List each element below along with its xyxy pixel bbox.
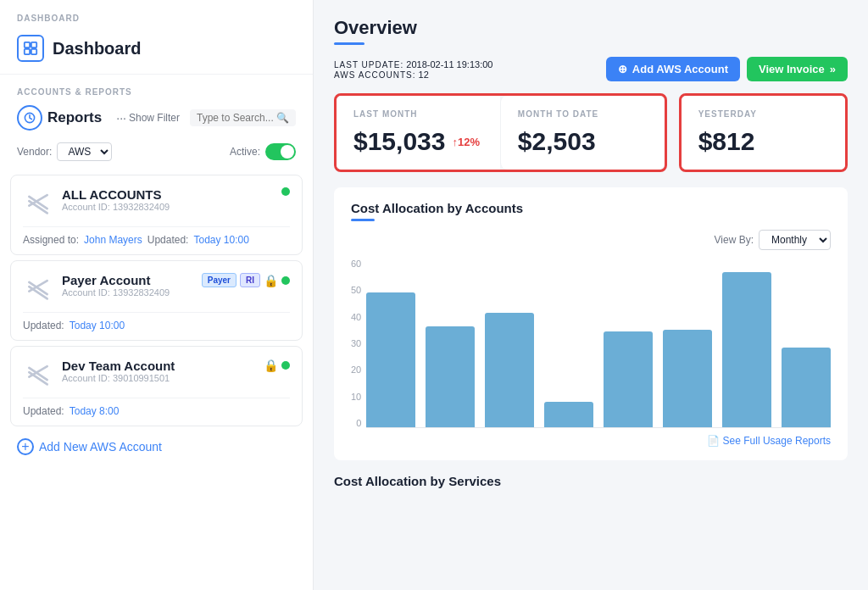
month-to-date-label: MONTH TO DATE (518, 109, 648, 119)
add-aws-label: Add AWS Account (632, 63, 728, 75)
bar-2 (426, 326, 475, 427)
assigned-to-link[interactable]: John Mayers (84, 234, 142, 246)
bar-5 (604, 331, 653, 427)
updated-link[interactable]: Today 10:00 (193, 234, 248, 246)
main-content: Overview LAST UPDATE: 2018-02-11 19:13:0… (314, 0, 868, 590)
view-invoice-chevron: » (830, 63, 836, 75)
all-accounts-footer: Assigned to: John Mayers Updated: Today … (23, 226, 290, 246)
devteam-account-icon (23, 359, 53, 389)
add-account-button[interactable]: + Add New AWS Account (17, 438, 296, 455)
meta-buttons: ⊕ Add AWS Account View Invoice » (606, 57, 848, 81)
yesterday-label: YESTERDAY (698, 109, 828, 119)
payer-badge: Payer (202, 273, 236, 287)
last-month-label: LAST MONTH (353, 109, 483, 119)
cost-card-last-month: LAST MONTH $15,033 ↑12% (337, 96, 500, 170)
search-box[interactable]: 🔍 (190, 109, 296, 126)
yesterday-value: $812 (698, 127, 828, 156)
account-card-devteam[interactable]: Dev Team Account Account ID: 39010991501… (10, 346, 303, 426)
lock-icon-payer: 🔒 (264, 274, 278, 287)
show-filter-button[interactable]: ··· Show Filter (116, 111, 180, 125)
devteam-status (281, 361, 290, 370)
bar-8 (782, 348, 831, 427)
chart-header: View By: Monthly Weekly Daily (351, 230, 831, 250)
lock-icon-devteam: 🔒 (264, 359, 278, 372)
y-label-40: 40 (351, 312, 361, 322)
active-toggle[interactable] (265, 143, 296, 160)
month-to-date-value: $2,503 (518, 127, 648, 156)
devteam-badges: 🔒 (264, 359, 290, 372)
sidebar: DASHBOARD Dashboard ACCOUNTS & REPORTS R… (0, 0, 314, 590)
devteam-account-id: Account ID: 39010991501 (62, 373, 255, 383)
y-label-10: 10 (351, 392, 361, 402)
accounts-reports-section: ACCOUNTS & REPORTS Reports ··· Show Filt… (0, 75, 313, 467)
see-full-reports-link[interactable]: 📄 See Full Usage Reports (707, 435, 831, 447)
y-label-30: 30 (351, 338, 361, 348)
chart-title: Cost Allocation by Accounts (351, 201, 831, 215)
chart-footer: 📄 See Full Usage Reports (351, 435, 831, 447)
vendor-label: Vendor: (17, 146, 52, 158)
view-by-select[interactable]: Monthly Weekly Daily (759, 230, 831, 250)
overview-title: Overview (334, 17, 848, 39)
meta-row: LAST UPDATE: 2018-02-11 19:13:00 AWS ACC… (334, 57, 848, 81)
svg-line-10 (29, 281, 47, 291)
active-label: Active: (230, 146, 260, 158)
all-accounts-id: Account ID: 13932832409 (62, 202, 273, 212)
overview-underline (334, 42, 364, 45)
y-axis: 60 50 40 30 20 10 0 (351, 259, 361, 428)
payer-account-badges: Payer RI 🔒 (202, 273, 290, 287)
bar-7 (722, 272, 771, 427)
search-input[interactable] (197, 112, 273, 124)
show-filter-label: Show Filter (129, 112, 180, 124)
yesterday-amount: $812 (698, 127, 755, 156)
assigned-label: Assigned to: (23, 234, 79, 246)
chart-section: Cost Allocation by Accounts View By: Mon… (334, 187, 848, 460)
dashboard-section-label: DASHBOARD (0, 0, 313, 28)
account-card-payer[interactable]: Payer Account Account ID: 13932832409 Pa… (10, 260, 303, 341)
dashboard-title: Dashboard (53, 39, 141, 58)
cost-card-yesterday: YESTERDAY $812 (682, 96, 845, 170)
add-aws-button[interactable]: ⊕ Add AWS Account (606, 57, 740, 81)
dashboard-icon (17, 35, 44, 62)
svg-rect-2 (25, 49, 30, 54)
bar-4 (544, 402, 593, 427)
last-update-label: LAST UPDATE: (334, 60, 403, 70)
cost-card-month-to-date: MONTH TO DATE $2,503 (500, 96, 665, 170)
highlighted-yesterday-card: YESTERDAY $812 (679, 93, 848, 172)
view-by-label: View By: (715, 234, 754, 246)
filter-dots: ··· (116, 111, 126, 125)
chart-underline (351, 219, 375, 221)
see-full-label: See Full Usage Reports (723, 435, 831, 447)
all-accounts-status (281, 187, 290, 196)
reports-icon (17, 105, 42, 131)
aws-accounts-label: AWS ACCOUNTS: (334, 70, 416, 80)
all-accounts-icon (23, 187, 53, 218)
payer-updated-label: Updated: (23, 320, 64, 331)
document-icon: 📄 (707, 435, 720, 447)
svg-rect-0 (25, 42, 30, 47)
payer-account-id: Account ID: 13932832409 (62, 287, 193, 298)
last-month-value: $15,033 ↑12% (353, 127, 483, 156)
vendor-active-row: Vendor: AWS Active: (0, 137, 313, 170)
last-month-amount: $15,033 (353, 127, 445, 156)
dashboard-nav-item[interactable]: Dashboard (0, 28, 313, 75)
cost-cards-row: LAST MONTH $15,033 ↑12% MONTH TO DATE $2… (334, 93, 848, 172)
svg-line-13 (29, 366, 47, 376)
add-aws-icon: ⊕ (618, 63, 627, 75)
y-label-60: 60 (351, 259, 361, 269)
chart-with-y-axis: 60 50 40 30 20 10 0 (351, 259, 831, 428)
all-accounts-name: ALL ACCOUNTS (62, 187, 273, 202)
devteam-updated-link[interactable]: Today 8:00 (70, 405, 120, 417)
cost-by-services-label: Cost Allocation by Services (334, 474, 848, 488)
ri-badge: RI (240, 273, 260, 287)
add-account-label: Add New AWS Account (39, 440, 162, 454)
devteam-updated-label: Updated: (23, 405, 64, 417)
account-card-all[interactable]: ALL ACCOUNTS Account ID: 13932832409 Ass… (10, 175, 303, 255)
view-invoice-button[interactable]: View Invoice » (747, 57, 848, 81)
y-label-0: 0 (351, 418, 361, 428)
payer-account-name: Payer Account (62, 273, 193, 287)
vendor-select[interactable]: AWS (57, 142, 112, 161)
month-to-date-amount: $2,503 (518, 127, 596, 156)
payer-account-footer: Updated: Today 10:00 (23, 312, 290, 331)
meta-info: LAST UPDATE: 2018-02-11 19:13:00 AWS ACC… (334, 59, 492, 80)
payer-updated-link[interactable]: Today 10:00 (70, 320, 125, 331)
